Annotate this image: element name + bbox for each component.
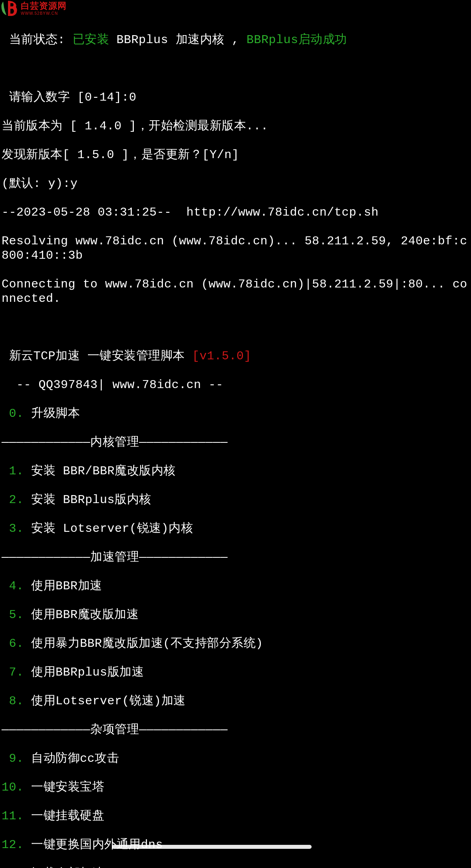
menu-text: 一键安装宝塔 — [24, 781, 105, 794]
menu-text: 安装 Lotserver(锐速)内核 — [24, 522, 193, 535]
menu-item-7: 7. 使用BBRplus版加速 — [2, 665, 469, 680]
default-prompt: (默认: y):y — [2, 176, 469, 191]
menu-text: 一键挂载硬盘 — [24, 809, 105, 823]
logo-icon — [0, 0, 19, 17]
status-kernel: BBRplus 加速内核 , — [109, 33, 246, 47]
menu-text: 升级脚本 — [24, 407, 80, 420]
status-prefix: 当前状态: — [2, 33, 73, 47]
title-text: 新云TCP加速 一键安装管理脚本 — [2, 349, 192, 363]
separator-misc: ————————————杂项管理———————————— — [2, 723, 469, 737]
menu-item-8: 8. 使用Lotserver(锐速)加速 — [2, 694, 469, 708]
separator-kernel: ————————————内核管理———————————— — [2, 435, 469, 450]
script-title: 新云TCP加速 一键安装管理脚本 [v1.5.0] — [2, 349, 469, 363]
menu-num: 3. — [2, 522, 24, 535]
menu-item-11: 11. 一键挂载硬盘 — [2, 809, 469, 823]
blank-line — [2, 320, 469, 335]
menu-num: 9. — [2, 752, 24, 765]
status-line: 当前状态: 已安装 BBRplus 加速内核 , BBRplus启动成功 — [2, 33, 469, 47]
version-new: 发现新版本[ 1.5.0 ]，是否更新？[Y/n] — [2, 148, 469, 162]
menu-item-5: 5. 使用BBR魔改版加速 — [2, 608, 469, 622]
terminal-output[interactable]: 当前状态: 已安装 BBRplus 加速内核 , BBRplus启动成功 请输入… — [2, 2, 469, 868]
menu-item-3: 3. 安装 Lotserver(锐速)内核 — [2, 521, 469, 536]
scrollbar-indicator[interactable] — [112, 845, 312, 849]
menu-num: 4. — [2, 579, 24, 593]
menu-num: 2. — [2, 493, 24, 507]
menu-num: 5. — [2, 608, 24, 622]
watermark-text: 白芸资源网 WWW.52BYW.CN — [21, 1, 67, 16]
menu-text: 安装 BBR/BBR魔改版内核 — [24, 464, 176, 478]
wget-line: --2023-05-28 03:31:25-- http://www.78idc… — [2, 205, 469, 220]
prompt-line: 请输入数字 [0-14]:0 — [2, 90, 469, 105]
resolving-line: Resolving www.78idc.cn (www.78idc.cn)...… — [2, 234, 469, 263]
menu-num: 6. — [2, 637, 24, 650]
menu-text: 使用BBRplus版加速 — [24, 666, 144, 679]
watermark-logo-area: 白芸资源网 WWW.52BYW.CN — [0, 0, 67, 17]
menu-item-13: 13. 卸载全部加速 — [2, 866, 469, 868]
menu-item-6: 6. 使用暴力BBR魔改版加速(不支持部分系统) — [2, 636, 469, 651]
menu-num: 7. — [2, 666, 24, 679]
menu-item-2: 2. 安装 BBRplus版内核 — [2, 493, 469, 507]
menu-item-1: 1. 安装 BBR/BBR魔改版内核 — [2, 464, 469, 478]
menu-num: 0. — [2, 407, 24, 420]
menu-num: 12. — [2, 838, 24, 852]
menu-num: 11. — [2, 809, 24, 823]
watermark-url: WWW.52BYW.CN — [21, 11, 67, 16]
menu-text: 使用BBR加速 — [24, 579, 102, 593]
menu-item-10: 10. 一键安装宝塔 — [2, 780, 469, 795]
title-version: [v1.5.0] — [192, 349, 251, 363]
menu-num: 8. — [2, 694, 24, 708]
menu-text: 使用暴力BBR魔改版加速(不支持部分系统) — [24, 637, 263, 650]
contact-line: -- QQ397843| www.78idc.cn -- — [2, 378, 469, 392]
menu-item-9: 9. 自动防御cc攻击 — [2, 751, 469, 766]
menu-num: 10. — [2, 781, 24, 794]
blank-line — [2, 61, 469, 76]
separator-accel: ————————————加速管理———————————— — [2, 550, 469, 565]
menu-item-4: 4. 使用BBR加速 — [2, 579, 469, 593]
status-success: BBRplus启动成功 — [246, 33, 347, 47]
menu-item-0: 0. 升级脚本 — [2, 406, 469, 421]
version-current: 当前版本为 [ 1.4.0 ]，开始检测最新版本... — [2, 119, 469, 133]
menu-text: 安装 BBRplus版内核 — [24, 493, 151, 507]
status-installed: 已安装 — [73, 33, 109, 47]
menu-text: 使用Lotserver(锐速)加速 — [24, 694, 186, 708]
menu-num: 1. — [2, 464, 24, 478]
menu-text: 自动防御cc攻击 — [24, 752, 119, 765]
menu-text: 使用BBR魔改版加速 — [24, 608, 139, 622]
connecting-line: Connecting to www.78idc.cn (www.78idc.cn… — [2, 277, 469, 306]
watermark-title: 白芸资源网 — [21, 1, 67, 11]
